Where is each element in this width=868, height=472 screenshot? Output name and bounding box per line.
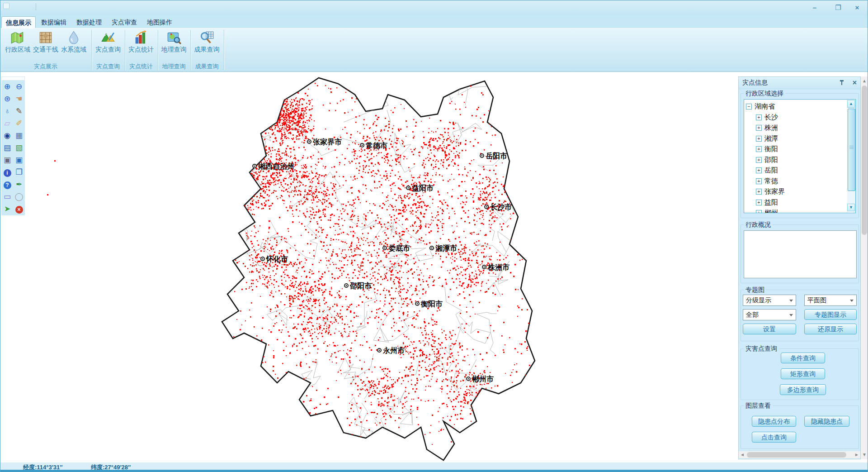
city-label: 湘西自治州 — [258, 162, 294, 170]
tree-item-岳阳[interactable]: +岳阳 — [746, 165, 785, 176]
scroll-right-icon[interactable]: ► — [853, 451, 860, 458]
info-icon[interactable]: i — [2, 168, 12, 177]
ribbon-button-label: 成果查询 — [194, 46, 220, 54]
expand-icon[interactable]: + — [756, 136, 762, 142]
tab-1[interactable]: 信息展示 — [1, 16, 36, 28]
成果查询-button[interactable]: 成果查询 — [193, 29, 221, 54]
window-icon[interactable]: ❐ — [14, 168, 24, 177]
print-icon[interactable]: ▣ — [2, 156, 12, 165]
tree-item-益阳[interactable]: +益阳 — [746, 197, 785, 208]
expand-icon[interactable]: + — [756, 125, 762, 131]
display-mode-dropdown[interactable]: 分级显示 — [743, 295, 796, 306]
image-icon[interactable]: ▧ — [14, 143, 24, 153]
rectangle-query-button[interactable]: 矩形查询 — [781, 368, 825, 379]
hunan-province-map[interactable]: 张家界市常德市岳阳市湘西自治州益阳市长沙市娄底市湘潭市株洲市怀化市邵阳市衡阳市永… — [188, 73, 541, 462]
tree-scroll-thumb[interactable] — [848, 109, 855, 191]
keyboard-grid-icon[interactable]: ▦ — [14, 131, 24, 140]
zoom-extent-icon[interactable]: ⊛ — [2, 95, 12, 104]
draw-line-icon[interactable]: ✎ — [14, 107, 24, 116]
polygon-page-icon[interactable]: ▱ — [2, 119, 12, 128]
select-arrow-icon[interactable]: ➤ — [2, 205, 12, 214]
globe-icon[interactable]: ♁ — [2, 107, 12, 116]
ribbon-button-label: 水系流域 — [61, 46, 86, 54]
quick-access-button[interactable] — [3, 3, 9, 9]
ellipse-icon[interactable]: ◯ — [14, 192, 24, 201]
tree-item-张家界[interactable]: +张家界 — [746, 186, 785, 197]
scope-dropdown[interactable]: 全部 — [743, 309, 796, 320]
hide-hazard-button[interactable]: 隐藏隐患点 — [804, 416, 849, 427]
tree-item-株洲[interactable]: +株洲 — [746, 123, 785, 133]
city-label: 岳阳市 — [486, 152, 507, 160]
expand-icon[interactable]: + — [756, 189, 762, 195]
rectangle-icon[interactable]: ▭ — [2, 192, 12, 201]
pan-hand-icon[interactable]: ☚ — [14, 95, 24, 104]
region-overview-textarea[interactable] — [744, 230, 857, 278]
minimize-button[interactable]: – — [809, 3, 821, 12]
settings-button[interactable]: 设置 — [743, 324, 796, 334]
condition-query-button[interactable]: 条件查询 — [781, 353, 825, 363]
panel-vertical-scrollbar[interactable]: ▲ ▼ — [861, 76, 868, 459]
delete-icon[interactable]: × — [14, 205, 24, 214]
click-query-button[interactable]: 点击查询 — [752, 432, 796, 443]
expand-icon[interactable]: + — [756, 178, 762, 184]
city-marker-core — [254, 166, 255, 167]
tab-4[interactable]: 灾点审查 — [107, 16, 142, 28]
tree-scroll-down-icon[interactable]: ▼ — [847, 204, 855, 211]
expand-icon[interactable]: + — [756, 114, 762, 120]
expand-icon[interactable]: + — [756, 146, 762, 152]
tree-scrollbar[interactable]: ▲ ▼ — [847, 100, 855, 211]
close-button[interactable]: × — [851, 3, 863, 12]
tree-scroll-up-icon[interactable]: ▲ — [847, 100, 855, 108]
palette-grip[interactable] — [1, 76, 25, 81]
scroll-down-icon[interactable]: ▼ — [861, 451, 868, 458]
pin-icon[interactable] — [840, 80, 844, 86]
panel-horizontal-scrollbar[interactable]: ◄ ► — [739, 451, 860, 458]
expand-icon[interactable]: + — [756, 167, 762, 173]
h-scroll-thumb[interactable] — [747, 452, 846, 458]
tab-2[interactable]: 数据编辑 — [37, 16, 71, 28]
print-color-icon[interactable]: ▣ — [14, 156, 24, 165]
layers-panel-icon[interactable]: ▤ — [2, 143, 12, 153]
灾点查询-button[interactable]: 灾点查询 — [94, 29, 122, 54]
scroll-left-icon[interactable]: ◄ — [739, 451, 746, 458]
signature-pen-icon[interactable]: ✒ — [14, 180, 24, 189]
ribbon-group-separator — [158, 30, 159, 70]
collapse-icon[interactable]: − — [746, 104, 752, 110]
panel-close-icon[interactable]: × — [853, 77, 857, 88]
expand-icon[interactable]: + — [756, 200, 762, 205]
map-type-dropdown[interactable]: 平面图 — [804, 295, 857, 306]
thumb-grip — [849, 146, 854, 149]
tree-item-常德[interactable]: +常德 — [746, 176, 785, 187]
polygon-query-button[interactable]: 多边形查询 — [780, 384, 826, 395]
交通干线-button[interactable]: 交通干线 — [32, 29, 60, 54]
v-scroll-thumb[interactable] — [862, 86, 867, 235]
tab-3[interactable]: 数据处理 — [72, 16, 106, 28]
tree-item-长沙[interactable]: +长沙 — [746, 112, 785, 123]
road-map-icon — [38, 30, 54, 45]
tree-item-邵阳[interactable]: +邵阳 — [746, 155, 785, 166]
地理查询-button[interactable]: 地理查询 — [160, 29, 188, 54]
tree-item-湖南省[interactable]: −湖南省 — [746, 101, 785, 112]
expand-icon[interactable]: + — [756, 210, 762, 213]
restore-button[interactable]: ❐ — [832, 3, 844, 12]
zoom-in-icon[interactable]: ⊕ — [2, 82, 12, 91]
tree-item-湘潭[interactable]: +湘潭 — [746, 133, 785, 144]
expand-icon[interactable]: + — [756, 157, 762, 163]
restore-display-button[interactable]: 还原显示 — [804, 324, 857, 334]
tree-item-郴州[interactable]: +郴州 — [746, 208, 785, 213]
thematic-show-button[interactable]: 专题图显示 — [804, 309, 857, 320]
help-icon[interactable]: ? — [2, 180, 12, 189]
scroll-up-icon[interactable]: ▲ — [861, 77, 868, 85]
水系流域-button[interactable]: 水系流域 — [60, 29, 88, 54]
map-canvas[interactable]: 张家界市常德市岳阳市湘西自治州益阳市长沙市娄底市湘潭市株洲市怀化市邵阳市衡阳市永… — [0, 72, 738, 462]
region-tree[interactable]: −湖南省+长沙+株洲+湘潭+衡阳+邵阳+岳阳+常德+张家界+益阳+郴州 ▲ ▼ — [744, 99, 856, 213]
灾点统计-button[interactable]: 灾点统计 — [127, 29, 155, 54]
eye-icon[interactable]: ◉ — [2, 131, 12, 140]
hazard-distribution-button[interactable]: 隐患点分布 — [752, 416, 796, 427]
tree-item-衡阳[interactable]: +衡阳 — [746, 144, 785, 155]
zoom-out-icon[interactable]: ⊖ — [14, 82, 24, 91]
tab-5[interactable]: 地图操作 — [142, 16, 177, 28]
行政区域-button[interactable]: 行政区域 — [4, 29, 32, 54]
brush-icon[interactable]: ✐ — [14, 119, 24, 128]
water-drop-icon — [66, 30, 82, 45]
